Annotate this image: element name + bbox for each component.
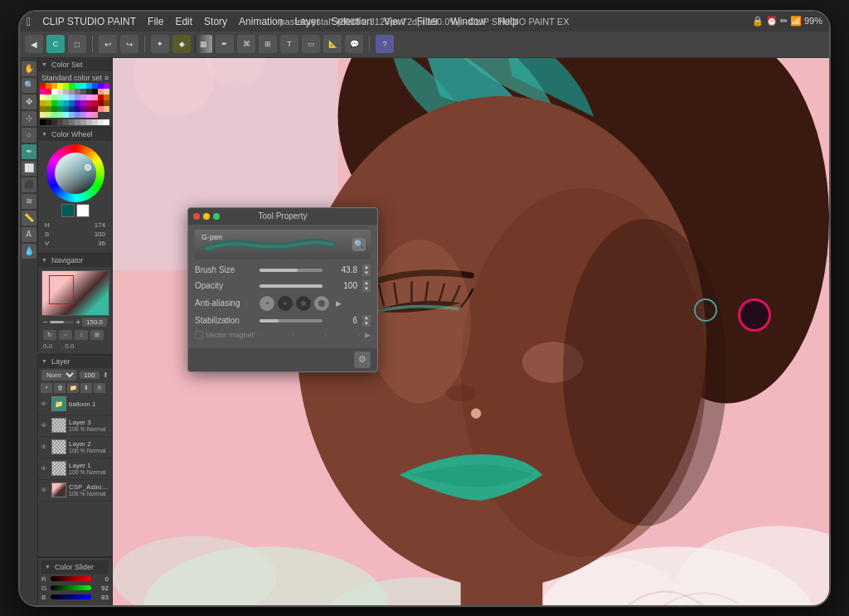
toolbar-undo[interactable]: ↩ (99, 35, 117, 53)
color-swatch[interactable] (80, 95, 86, 100)
background-color-swatch[interactable] (76, 204, 90, 217)
tool-property-dialog[interactable]: Tool Property G-pen 🔍 (187, 207, 378, 372)
toolbar-pen[interactable]: ✒ (216, 35, 234, 53)
color-swatch[interactable] (57, 106, 63, 112)
color-swatch[interactable] (80, 106, 86, 112)
color-swatch[interactable] (69, 95, 75, 100)
color-swatch[interactable] (46, 112, 51, 118)
vm-btn-1[interactable] (260, 333, 292, 337)
vm-btn-2[interactable] (294, 333, 325, 337)
color-swatch[interactable] (98, 106, 104, 112)
aa-expand-icon[interactable]: ▶ (336, 299, 342, 308)
color-swatch[interactable] (57, 112, 63, 118)
menu-item-story[interactable]: Story (204, 16, 227, 27)
layer-folder-btn[interactable]: 📁 (67, 383, 79, 393)
color-swatch[interactable] (57, 89, 63, 95)
color-swatch[interactable] (92, 83, 98, 89)
color-set-collapse-icon[interactable]: ▼ (41, 61, 48, 68)
color-swatch[interactable] (104, 106, 109, 112)
brush-settings-icon[interactable]: 🔍 (352, 238, 366, 251)
toolbar-crop[interactable]: ⊞ (259, 35, 277, 53)
layer-opacity-stepper[interactable]: ⬆ (103, 371, 109, 379)
opacity-down[interactable]: ▼ (362, 286, 371, 292)
g-slider-track[interactable] (51, 585, 91, 590)
clip-studio-icon[interactable]: C (46, 35, 65, 53)
aa-medium-btn[interactable] (296, 296, 311, 311)
color-swatch[interactable] (75, 89, 80, 95)
gray-swatch[interactable] (92, 119, 98, 125)
brush-size-up[interactable]: ▲ (362, 264, 371, 270)
color-swatch[interactable] (86, 89, 92, 95)
color-swatch[interactable] (46, 95, 51, 100)
nav-flip-h-btn[interactable]: ↔ (59, 330, 72, 340)
color-swatch[interactable] (69, 112, 75, 118)
menu-item-animation[interactable]: Animation (239, 16, 283, 27)
color-wheel-widget[interactable] (46, 144, 104, 202)
color-swatch[interactable] (51, 83, 57, 89)
dialog-minimize-btn[interactable] (203, 213, 210, 220)
color-swatch[interactable] (63, 100, 69, 106)
color-swatch[interactable] (92, 112, 98, 118)
vector-magnet-expand-icon[interactable]: ▶ (365, 331, 371, 339)
color-swatch[interactable] (80, 112, 86, 118)
color-swatch[interactable] (40, 83, 46, 89)
layer-eye-4[interactable]: 👁 (41, 487, 49, 494)
tool-blend[interactable]: ≋ (22, 194, 36, 209)
color-swatch[interactable] (98, 89, 104, 95)
color-swatch[interactable] (69, 106, 75, 112)
stabilization-down[interactable]: ▼ (362, 321, 371, 327)
navigator-thumbnail[interactable] (41, 270, 109, 316)
layer-eye-2[interactable]: 👁 (41, 444, 49, 451)
color-swatch[interactable] (57, 83, 63, 89)
color-swatch[interactable] (69, 100, 75, 106)
color-swatch[interactable] (75, 100, 80, 106)
opacity-stepper[interactable]: ▲ ▼ (362, 280, 371, 292)
color-swatch[interactable] (40, 95, 46, 100)
color-swatch[interactable] (40, 112, 46, 118)
toolbar-gradient[interactable]: ▦ (194, 35, 212, 53)
color-swatch[interactable] (104, 95, 109, 100)
color-swatch[interactable] (92, 95, 98, 100)
color-swatch[interactable] (46, 106, 51, 112)
opacity-slider[interactable] (260, 284, 323, 288)
tool-zoom[interactable]: 🔍 (22, 78, 36, 93)
blend-mode-select[interactable]: Normal Multiply Screen (41, 370, 76, 381)
layer-copy-btn[interactable]: ⎘ (94, 383, 105, 393)
layer-item-1[interactable]: 👁 Layer 3 100 % Normal (38, 415, 112, 437)
color-swatch[interactable] (40, 89, 46, 95)
color-wheel-collapse-icon[interactable]: ▼ (41, 131, 48, 138)
layer-delete-btn[interactable]: 🗑 (54, 383, 65, 393)
zoom-out-icon[interactable]: − (43, 318, 48, 327)
color-swatch[interactable] (69, 89, 75, 95)
gray-swatch[interactable] (51, 119, 57, 125)
layer-item-2[interactable]: 👁 Layer 2 100 % Normal (38, 437, 112, 458)
menu-item-file[interactable]: File (148, 16, 163, 27)
dialog-settings-btn[interactable]: ⚙ (354, 352, 371, 368)
layer-opacity-input[interactable] (80, 371, 99, 379)
opacity-up[interactable]: ▲ (362, 280, 371, 286)
toolbar-frame[interactable]: ▭ (302, 35, 320, 53)
toolbar-btn-1[interactable]: ◀ (25, 35, 43, 53)
tool-move[interactable]: ✥ (22, 95, 36, 109)
layer-eye-1[interactable]: 👁 (41, 422, 49, 429)
layer-item-4[interactable]: 👁 CSP_AstroPaste 100 % Normal (38, 480, 112, 502)
color-swatch[interactable] (51, 100, 57, 106)
tool-ruler[interactable]: 📏 (22, 211, 36, 226)
color-swatch[interactable] (80, 89, 86, 95)
tool-fill[interactable]: ⬛ (22, 177, 36, 192)
tool-hand[interactable]: ✋ (22, 61, 36, 76)
gray-swatch[interactable] (63, 119, 69, 125)
layer-item-3[interactable]: 👁 Layer 1 100 % Normal (38, 458, 112, 480)
toolbar-btn-3[interactable]: □ (68, 35, 86, 53)
brush-size-slider[interactable] (260, 269, 323, 272)
color-swatch[interactable] (75, 95, 80, 100)
layer-eye-0[interactable]: 👁 (41, 400, 49, 408)
color-swatch[interactable] (63, 83, 69, 89)
color-swatch[interactable] (86, 100, 92, 106)
color-swatch[interactable] (75, 106, 80, 112)
color-swatch[interactable] (92, 100, 98, 106)
zoom-slider[interactable] (50, 321, 74, 323)
vm-btn-3[interactable] (327, 333, 358, 337)
nav-grid-btn[interactable]: ⊞ (90, 330, 104, 340)
color-swatch[interactable] (98, 100, 104, 106)
